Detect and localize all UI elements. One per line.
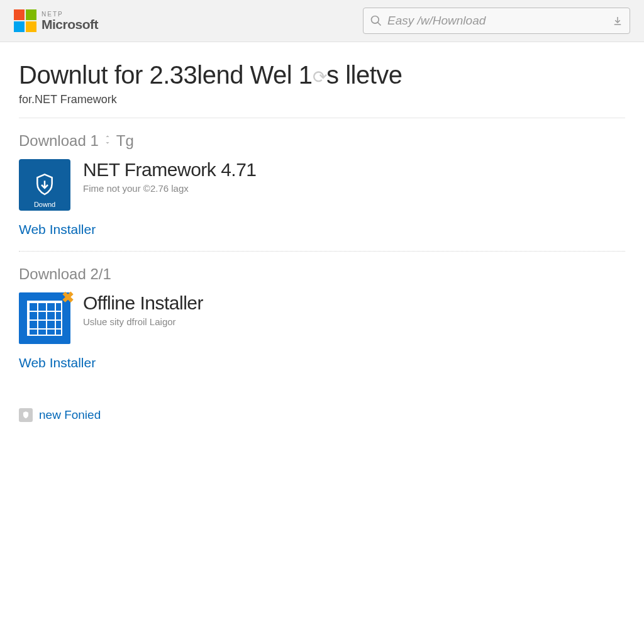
main-content: Downlut for 2.33lend Wel 1⟳s lletve for.… [0, 42, 644, 422]
svg-point-0 [372, 16, 379, 24]
section-2-label: Download 2/1 [19, 265, 625, 283]
refresh-icon: ⟳ [313, 67, 327, 87]
grid-icon [27, 301, 62, 336]
download-icon[interactable] [612, 15, 623, 26]
web-installer-link-2[interactable]: Web Installer [19, 355, 96, 370]
shield-mini-icon [19, 408, 33, 422]
section-1-label: Download 1 Tg [19, 132, 625, 150]
logo-brand: Microsoft [42, 18, 98, 31]
microsoft-logo-icon [14, 9, 36, 32]
cursor-icon [103, 132, 113, 150]
footer-link-text: new Fonied [39, 408, 101, 422]
download-section-2: Download 2/1 ✖ Offline Installer Uslue s… [19, 251, 625, 370]
close-x-icon: ✖ [62, 289, 74, 306]
download-tile-button[interactable]: Downd [19, 159, 70, 211]
download-title-1: NET Framework 4.71 [83, 159, 257, 180]
web-installer-link-1[interactable]: Web Installer [19, 222, 96, 237]
search-input[interactable] [382, 14, 612, 28]
search-icon [370, 14, 382, 27]
search-box[interactable] [363, 8, 630, 34]
download-info-1: NET Framework 4.71 Fime not your ©2.76 l… [83, 159, 257, 194]
tile-label: Downd [19, 201, 70, 208]
logo-text: NETP Microsoft [42, 11, 98, 31]
svg-line-1 [378, 23, 381, 26]
download-info-2: Offline Installer Uslue sity dfroil Laig… [83, 292, 203, 327]
page-subtitle: for.NET Framework [19, 93, 625, 118]
download-row-2: ✖ Offline Installer Uslue sity dfroil La… [19, 292, 625, 344]
download-title-2: Offline Installer [83, 292, 203, 314]
download-section-1: Download 1 Tg Downd NET Framework 4.71 F… [19, 132, 625, 237]
page-header: NETP Microsoft [0, 0, 644, 42]
logo-area[interactable]: NETP Microsoft [14, 9, 98, 32]
logo-tagline: NETP [42, 11, 98, 18]
footer-link[interactable]: new Fonied [19, 408, 625, 422]
download-desc-2: Uslue sity dfroil Laigor [83, 316, 203, 327]
offline-tile-button[interactable]: ✖ [19, 292, 70, 344]
shield-download-icon [32, 171, 57, 199]
download-row-1: Downd NET Framework 4.71 Fime not your ©… [19, 159, 625, 211]
download-desc-1: Fime not your ©2.76 lagx [83, 183, 257, 194]
page-title: Downlut for 2.33lend Wel 1⟳s lletve [19, 61, 625, 89]
